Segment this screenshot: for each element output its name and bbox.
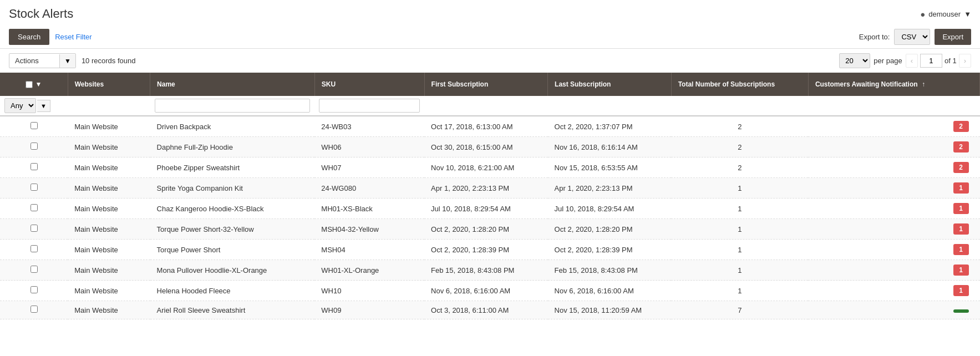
awaiting-badge-3[interactable]: 1 — [953, 182, 969, 194]
select-all-button[interactable]: ▼ — [21, 78, 46, 90]
row-first-subscription-6: Oct 2, 2020, 1:28:39 PM — [424, 240, 548, 260]
row-sku-6: MSH04 — [314, 240, 424, 260]
any-dropdown-button[interactable]: ▼ — [37, 100, 50, 112]
awaiting-badge-2[interactable]: 2 — [953, 162, 969, 173]
row-last-subscription-2: Nov 15, 2018, 6:53:55 AM — [548, 157, 672, 178]
awaiting-badge-8[interactable]: 1 — [953, 285, 969, 296]
row-checkbox-0[interactable] — [31, 122, 38, 129]
row-total-subscriptions-3: 1 — [671, 178, 808, 199]
column-header-last-subscription: Last Subscription — [548, 73, 672, 96]
toolbar-right: Export to: CSV Export — [859, 29, 971, 45]
row-first-subscription-2: Nov 10, 2018, 6:21:00 AM — [424, 157, 548, 178]
row-checkbox-2[interactable] — [31, 163, 38, 170]
row-total-subscriptions-9: 7 — [671, 301, 808, 319]
column-header-customers-awaiting[interactable]: Customers Awaiting Notification ↑ — [808, 73, 979, 96]
per-page-label: per page — [874, 57, 902, 65]
row-sku-7: WH01-XL-Orange — [314, 260, 424, 281]
row-last-subscription-8: Nov 6, 2018, 6:16:00 AM — [548, 281, 672, 301]
row-checkbox-9[interactable] — [31, 306, 38, 313]
row-customers-awaiting-8[interactable]: 1 — [808, 281, 979, 301]
actions-left: Actions ▼ 10 records found — [9, 53, 135, 68]
prev-page-button[interactable]: ‹ — [906, 54, 918, 68]
row-name-6: Torque Power Short — [150, 240, 315, 260]
search-button[interactable]: Search — [9, 29, 49, 45]
reset-filter-link[interactable]: Reset Filter — [55, 33, 92, 41]
row-checkbox-6[interactable] — [31, 245, 38, 252]
row-first-subscription-4: Jul 10, 2018, 8:29:54 AM — [424, 199, 548, 219]
row-checkbox-3[interactable] — [31, 184, 38, 191]
awaiting-badge-9[interactable] — [953, 309, 969, 313]
table-row: Main Website Phoebe Zipper Sweatshirt WH… — [0, 157, 980, 178]
row-total-subscriptions-0: 2 — [671, 116, 808, 137]
row-last-subscription-3: Apr 1, 2020, 2:23:13 PM — [548, 178, 672, 199]
row-last-subscription-4: Jul 10, 2018, 8:29:54 AM — [548, 199, 672, 219]
sku-filter-input[interactable] — [319, 99, 420, 113]
row-customers-awaiting-3[interactable]: 1 — [808, 178, 979, 199]
row-first-subscription-0: Oct 17, 2018, 6:13:00 AM — [424, 116, 548, 137]
row-websites-0: Main Website — [68, 116, 150, 137]
name-filter-input[interactable] — [155, 99, 311, 113]
table-header-row: ▼ Websites Name SKU First Subscription L… — [0, 73, 980, 96]
export-to-label: Export to: — [859, 33, 890, 41]
row-customers-awaiting-9[interactable] — [808, 301, 979, 319]
table-row: Main Website Ariel Roll Sleeve Sweatshir… — [0, 301, 980, 319]
row-customers-awaiting-0[interactable]: 2 — [808, 116, 979, 137]
row-total-subscriptions-5: 1 — [671, 219, 808, 240]
row-customers-awaiting-2[interactable]: 2 — [808, 157, 979, 178]
row-customers-awaiting-4[interactable]: 1 — [808, 199, 979, 219]
sort-arrow-icon: ↑ — [922, 80, 925, 88]
awaiting-badge-0[interactable]: 2 — [953, 121, 969, 132]
row-customers-awaiting-6[interactable]: 1 — [808, 240, 979, 260]
actions-right: 20 50 100 200 per page ‹ of 1 › — [839, 53, 971, 68]
awaiting-badge-1[interactable]: 2 — [953, 141, 969, 152]
row-checkbox-1[interactable] — [31, 143, 38, 150]
row-checkbox-cell — [0, 199, 68, 219]
row-customers-awaiting-7[interactable]: 1 — [808, 260, 979, 281]
row-sku-0: 24-WB03 — [314, 116, 424, 137]
page-number-input[interactable] — [920, 54, 942, 68]
column-header-total-subscriptions: Total Number of Subscriptions — [671, 73, 808, 96]
any-select[interactable]: Any — [4, 98, 36, 113]
row-name-1: Daphne Full-Zip Hoodie — [150, 137, 315, 157]
row-name-7: Mona Pullover Hoodlie-XL-Orange — [150, 260, 315, 281]
row-checkbox-7[interactable] — [31, 266, 38, 273]
row-websites-9: Main Website — [68, 301, 150, 319]
user-icon: ● — [920, 9, 925, 19]
row-first-subscription-5: Oct 2, 2020, 1:28:20 PM — [424, 219, 548, 240]
row-checkbox-5[interactable] — [31, 225, 38, 232]
row-websites-8: Main Website — [68, 281, 150, 301]
row-sku-5: MSH04-32-Yellow — [314, 219, 424, 240]
row-customers-awaiting-5[interactable]: 1 — [808, 219, 979, 240]
row-checkbox-cell — [0, 240, 68, 260]
row-sku-3: 24-WG080 — [314, 178, 424, 199]
row-first-subscription-9: Oct 3, 2018, 6:11:00 AM — [424, 301, 548, 319]
actions-dropdown-button[interactable]: ▼ — [59, 54, 75, 68]
export-format-select[interactable]: CSV — [894, 29, 930, 45]
toolbar: Search Reset Filter Export to: CSV Expor… — [0, 26, 980, 49]
awaiting-badge-5[interactable]: 1 — [953, 223, 969, 235]
actions-dropdown[interactable]: Actions ▼ — [9, 53, 76, 68]
row-total-subscriptions-4: 1 — [671, 199, 808, 219]
select-all-checkbox[interactable] — [26, 81, 33, 88]
row-name-4: Chaz Kangeroo Hoodie-XS-Black — [150, 199, 315, 219]
row-checkbox-4[interactable] — [31, 204, 38, 211]
awaiting-badge-7[interactable]: 1 — [953, 265, 969, 276]
row-customers-awaiting-1[interactable]: 2 — [808, 137, 979, 157]
page-nav: ‹ of 1 › — [906, 54, 971, 68]
export-button[interactable]: Export — [935, 29, 971, 45]
per-page-select[interactable]: 20 50 100 200 — [839, 53, 870, 68]
column-header-name: Name — [150, 73, 315, 96]
awaiting-badge-6[interactable]: 1 — [953, 244, 969, 255]
actions-bar: Actions ▼ 10 records found 20 50 100 200… — [0, 49, 980, 73]
row-checkbox-8[interactable] — [31, 286, 38, 293]
next-page-button[interactable]: › — [959, 54, 971, 68]
user-area[interactable]: ● demouser ▼ — [920, 9, 971, 19]
filter-cell-checkbox: Any ▼ — [0, 96, 68, 116]
column-header-checkbox: ▼ — [0, 73, 68, 96]
row-total-subscriptions-1: 2 — [671, 137, 808, 157]
filter-cell-first-subscription — [424, 96, 548, 116]
awaiting-badge-4[interactable]: 1 — [953, 203, 969, 214]
page-header: Stock Alerts ● demouser ▼ — [0, 0, 980, 26]
row-name-8: Helena Hooded Fleece — [150, 281, 315, 301]
row-name-9: Ariel Roll Sleeve Sweatshirt — [150, 301, 315, 319]
